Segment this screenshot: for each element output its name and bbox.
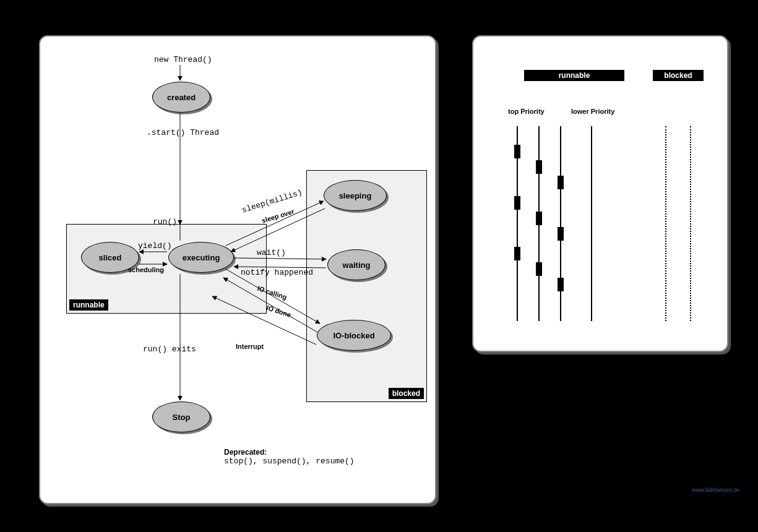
node-stop: Stop	[152, 401, 210, 432]
exec-tick	[514, 145, 520, 158]
watermark: www.falkhausen.de	[692, 487, 740, 493]
exec-tick	[558, 176, 564, 189]
node-created-label: created	[167, 93, 196, 102]
timeline-5	[665, 126, 666, 321]
label-notify-text: notify happened	[241, 268, 313, 277]
node-executing: executing	[168, 242, 234, 273]
label-run: run()	[153, 217, 177, 226]
exec-tick	[558, 278, 564, 291]
node-waiting: waiting	[327, 249, 385, 280]
exec-tick	[514, 247, 520, 260]
exec-tick	[514, 196, 520, 210]
label-sleep-over: sleep over	[261, 207, 295, 224]
node-sleeping: sleeping	[324, 180, 387, 211]
label-io-done: IO done	[265, 304, 292, 319]
group-blocked-label: blocked	[389, 388, 424, 399]
label-interrupt: Interrupt	[236, 343, 264, 350]
node-waiting-label: waiting	[343, 260, 371, 270]
label-lower-priority: lower Priority	[571, 108, 614, 115]
node-executing-label: executing	[183, 253, 220, 262]
priority-panel: runnable blocked top Priority lower Prio…	[472, 35, 728, 352]
label-top-priority: top Priority	[508, 108, 545, 115]
label-new-thread: new Thread()	[154, 55, 212, 64]
node-sleeping-label: sleeping	[339, 191, 372, 200]
label-wait: wait()	[257, 248, 286, 257]
node-stop-label: Stop	[173, 413, 191, 422]
node-sliced-label: sliced	[99, 253, 122, 262]
tag-blocked: blocked	[653, 70, 704, 81]
node-created: created	[152, 82, 210, 113]
exec-tick	[536, 262, 542, 276]
exec-tick	[536, 160, 542, 174]
tag-runnable: runnable	[524, 70, 624, 81]
label-run-exits: run() exits	[143, 345, 196, 354]
deprecated-box: Deprecated: stop(), suspend(), resume()	[224, 448, 355, 466]
exec-tick	[536, 212, 542, 225]
node-ioblocked-label: IO-blocked	[333, 331, 374, 340]
node-ioblocked: IO-blocked	[317, 320, 391, 351]
deprecated-title: Deprecated:	[224, 448, 355, 457]
label-notify: notify happened	[241, 268, 313, 277]
label-start-text: .start() Thread	[147, 128, 219, 137]
exec-tick	[558, 227, 564, 241]
deprecated-body: stop(), suspend(), resume()	[224, 457, 355, 466]
state-diagram-panel: blocked runnable created sliced executin…	[39, 35, 436, 504]
timeline-6	[690, 126, 691, 321]
timeline-3	[560, 126, 561, 321]
timeline-4	[591, 126, 592, 321]
label-yield: yield()	[138, 241, 172, 251]
label-run-exits-text: run() exits	[143, 345, 196, 354]
label-start: .start() Thread	[147, 128, 219, 137]
group-runnable-label: runnable	[69, 299, 108, 311]
label-scheduling: scheduling	[128, 266, 164, 273]
